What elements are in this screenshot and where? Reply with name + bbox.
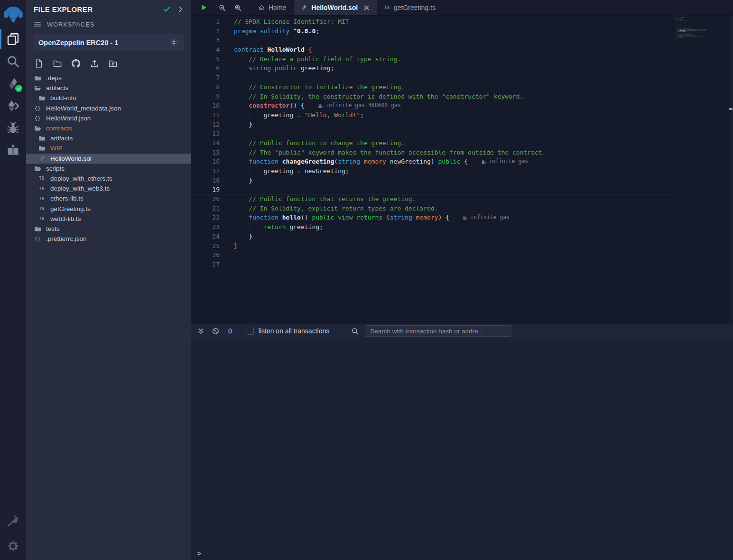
activity-file-explorer[interactable] <box>0 28 26 50</box>
terminal-output[interactable]: > <box>191 338 733 560</box>
tree-item-artifacts[interactable]: artifacts <box>26 133 191 143</box>
activity-plugin-manager[interactable] <box>0 510 26 532</box>
typescript-icon: TS <box>39 216 45 221</box>
token: "Hello, World!" <box>305 110 360 120</box>
tree-item-HelloWorld.json[interactable]: {}HelloWorld.json <box>26 113 191 123</box>
activity-settings[interactable] <box>0 535 26 557</box>
close-tab-icon[interactable] <box>363 5 370 11</box>
token <box>234 83 249 92</box>
file-explorer-panel: FILE EXPLORER WORKSPACES OpenZeppelin ER… <box>26 0 191 560</box>
tree-item-label: deploy_with_ethers.ts <box>50 175 112 182</box>
token: public <box>438 157 461 166</box>
gas-estimate: infinite gas <box>463 213 510 222</box>
tree-item-HelloWorld.sol[interactable]: HelloWorld.sol <box>26 154 191 164</box>
token: memory <box>364 157 386 166</box>
fuel-pump-icon <box>463 215 468 220</box>
ts-icon: TS <box>38 205 46 212</box>
code-text: pragma solidity ^0.8.0; <box>234 27 319 36</box>
tree-item-label: .deps <box>46 74 62 82</box>
folder-closed-icon <box>38 145 46 152</box>
remix-logo-icon[interactable] <box>0 0 26 26</box>
token <box>289 27 293 36</box>
folder-closed-icon <box>38 145 46 152</box>
github-icon[interactable] <box>72 59 80 68</box>
tab-label: getGreeting.ts <box>394 4 436 11</box>
activity-deploy-and-run[interactable] <box>0 95 26 117</box>
tree-item-deploy_with_web3.ts[interactable]: TSdeploy_with_web3.ts <box>26 184 191 193</box>
tree-item-web3-lib.ts[interactable]: TSweb3-lib.ts <box>26 214 191 224</box>
code-line: 11 greeting = "Hello, World!"; <box>191 110 671 120</box>
token <box>234 148 249 157</box>
tree-item-ethers-lib.ts[interactable]: TSethers-lib.ts <box>26 193 191 203</box>
token: hello <box>282 213 301 222</box>
listen-transactions-checkbox[interactable] <box>247 328 254 335</box>
activity-search[interactable] <box>0 50 26 73</box>
file-tree: .depsartifactsbuild-info{}HelloWorld_met… <box>26 73 191 244</box>
tab-getGreeting.ts[interactable]: TSgetGreeting.ts <box>377 0 443 15</box>
clear-console-button[interactable] <box>212 328 219 335</box>
zoom-in-button[interactable] <box>230 0 246 16</box>
expand-terminal-button[interactable] <box>197 328 204 335</box>
line-number: 15 <box>191 148 220 157</box>
token: ( <box>382 213 390 222</box>
tab-label: Home <box>269 4 286 11</box>
fuel-pump-icon <box>318 103 323 109</box>
folder-open-icon <box>34 84 41 92</box>
code-text: function hello() public view returns (st… <box>234 213 510 222</box>
token <box>234 55 249 64</box>
upload-file-icon[interactable] <box>90 59 99 68</box>
code-editor[interactable]: 1// SPDX-License-Identifier: MIT2pragma … <box>191 16 733 324</box>
activity-solidity-compiler[interactable] <box>0 73 26 95</box>
workspace-select[interactable]: OpenZeppelin ERC20 - 1 <box>33 34 184 51</box>
line-number: 25 <box>191 241 220 251</box>
zoom-out-button[interactable] <box>214 0 230 16</box>
run-script-button[interactable] <box>196 0 212 16</box>
tree-item-artifacts[interactable]: artifacts <box>26 83 191 93</box>
indent-guide <box>235 64 235 73</box>
tree-item-getGreeting.ts[interactable]: TSgetGreeting.ts <box>26 203 191 213</box>
activity-debugger[interactable] <box>0 117 26 139</box>
tab-label: HelloWorld.sol <box>311 4 358 11</box>
new-file-icon[interactable] <box>35 59 43 68</box>
listen-transactions-label: listen on all transactions <box>259 327 329 335</box>
token: greeting; <box>286 222 323 232</box>
tree-item-deploy_with_ethers.ts[interactable]: TSdeploy_with_ethers.ts <box>26 174 191 184</box>
ts-icon: TS <box>38 195 46 202</box>
scrollbar-handle[interactable] <box>729 108 733 110</box>
tree-item-HelloWorld_metadata.json[interactable]: {}HelloWorld_metadata.json <box>26 103 191 113</box>
tree-item-.deps[interactable]: .deps <box>26 73 191 83</box>
tree-item-WIP[interactable]: WIP <box>26 143 191 153</box>
compiled-ok-badge <box>15 85 22 92</box>
code-line: 16 function changeGreeting(string memory… <box>191 157 671 166</box>
indent-guide <box>235 138 235 148</box>
tree-item-tests[interactable]: tests <box>26 224 191 234</box>
new-folder-icon[interactable] <box>53 59 62 68</box>
main-area: HomeHelloWorld.solTSgetGreeting.ts 1// S… <box>191 0 733 560</box>
braces-icon: {} <box>34 115 41 122</box>
collapse-panel-button[interactable] <box>177 6 184 13</box>
token: pragma <box>234 27 256 36</box>
terminal-search-input[interactable] <box>365 325 511 337</box>
line-number: 21 <box>191 204 220 213</box>
tree-item-scripts[interactable]: scripts <box>26 164 191 174</box>
upload-folder-icon[interactable] <box>109 59 117 68</box>
minimap[interactable]: 1// SPDX-License-Identifier: MIT2pragma … <box>675 16 728 319</box>
tab-Home[interactable]: Home <box>251 0 294 15</box>
code-text: function changeGreeting(string memory ne… <box>234 157 528 166</box>
token: { <box>445 213 449 222</box>
tab-HelloWorld.sol[interactable]: HelloWorld.sol <box>294 0 377 15</box>
indent-guide <box>235 176 235 185</box>
settings-icon <box>7 540 19 552</box>
token: memory <box>416 213 438 222</box>
token: string <box>390 213 412 222</box>
tree-item-.prettierrc.json[interactable]: {}.prettierrc.json <box>26 234 191 244</box>
indent-guide <box>235 148 235 157</box>
hamburger-menu-icon[interactable] <box>34 20 41 28</box>
activity-learneth[interactable] <box>0 139 26 162</box>
tree-item-contracts[interactable]: contracts <box>26 123 191 133</box>
workspace-selected-value: OpenZeppelin ERC20 - 1 <box>38 39 169 46</box>
line-number: 1 <box>191 17 220 27</box>
accept-check-button[interactable] <box>163 6 170 13</box>
tree-item-build-info[interactable]: build-info <box>26 93 191 103</box>
gas-text: infinite gas <box>470 213 510 222</box>
